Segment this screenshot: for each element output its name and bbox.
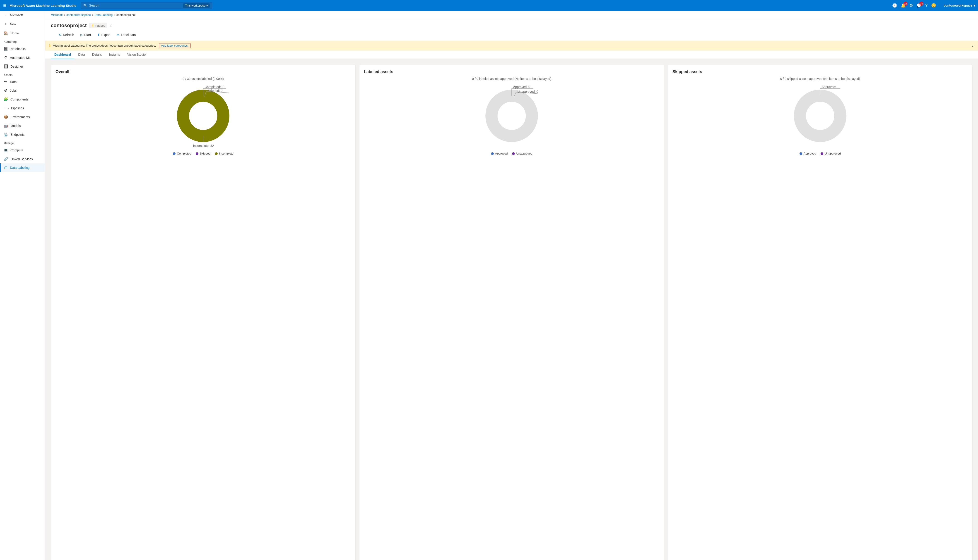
sidebar-item-home[interactable]: 🏠 Home xyxy=(0,29,45,38)
tab-details[interactable]: Details xyxy=(89,50,105,59)
svg-point-9 xyxy=(492,96,532,136)
sidebar-item-data[interactable]: 🗃 Data xyxy=(0,78,45,86)
status-label: Paused xyxy=(95,24,105,27)
sidebar-home-label: Home xyxy=(10,32,19,35)
svg-text:Approved:: Approved: xyxy=(821,85,836,89)
search-input[interactable] xyxy=(89,3,181,7)
breadcrumb-data-labeling[interactable]: Data Labeling xyxy=(94,13,112,17)
sidebar-endpoints-label: Endpoints xyxy=(10,133,25,137)
page-header: contosoproject ⏸ Paused ☆ ↻ Refresh ▷ St… xyxy=(45,19,978,41)
app-logo: Microsoft Azure Machine Learning Studio xyxy=(10,3,76,7)
export-button[interactable]: ⬆ Export xyxy=(95,32,113,38)
sidebar-pipelines-label: Pipelines xyxy=(11,106,24,110)
clock-icon[interactable]: 🕐 xyxy=(892,3,897,8)
feedback-badge: 14 xyxy=(919,2,923,6)
svg-text:Unapproved: 0: Unapproved: 0 xyxy=(517,90,538,93)
models-icon: 🤖 xyxy=(3,123,8,128)
notifications-icon[interactable]: 🔔 23 xyxy=(901,3,906,8)
dashboard: Overall 0 / 32 assets labeled (0.00%) Co… xyxy=(45,59,978,560)
warning-info-icon: ℹ xyxy=(49,43,50,48)
start-label: Start xyxy=(84,33,91,37)
sidebar-item-jobs[interactable]: ⏱ Jobs xyxy=(0,86,45,95)
hamburger-icon[interactable]: ☰ xyxy=(3,3,7,8)
sidebar-item-new[interactable]: ＋ New xyxy=(0,20,45,29)
svg-text:Completed: 0: Completed: 0 xyxy=(204,85,223,89)
sidebar-item-microsoft[interactable]: ← Microsoft xyxy=(0,11,45,20)
completed-dot xyxy=(173,152,176,155)
skipped-label: Skipped xyxy=(200,152,211,155)
environments-icon: 📦 xyxy=(3,115,8,119)
top-nav: ☰ Microsoft Azure Machine Learning Studi… xyxy=(0,0,978,11)
start-button[interactable]: ▷ Start xyxy=(78,32,94,38)
help-icon[interactable]: ? xyxy=(925,3,928,8)
skipped-legend: Approved Unapproved xyxy=(799,152,841,155)
workspace-chevron-icon: ▾ xyxy=(974,3,975,7)
pause-icon: ⏸ xyxy=(91,23,94,28)
legend-completed: Completed xyxy=(173,152,191,155)
refresh-button[interactable]: ↻ Refresh xyxy=(56,32,77,38)
sidebar-notebooks-label: Notebooks xyxy=(10,47,25,51)
refresh-icon: ↻ xyxy=(59,33,62,37)
skipped-unapproved-dot xyxy=(821,152,823,155)
tab-data[interactable]: Data xyxy=(75,50,89,59)
skipped-assets-card: Skipped assets 0 / 0 skipped assets appr… xyxy=(668,65,973,560)
sidebar-automated-ml-label: Automated ML xyxy=(10,56,30,60)
sidebar-item-notebooks[interactable]: 📓 Notebooks xyxy=(0,44,45,53)
svg-text:Incomplete: 32: Incomplete: 32 xyxy=(193,144,214,148)
sidebar-item-linked-services[interactable]: 🔗 Linked Services xyxy=(0,155,45,163)
notebooks-icon: 📓 xyxy=(3,47,8,51)
sidebar-data-labeling-label: Data Labeling xyxy=(10,166,30,170)
top-nav-icons: 🕐 🔔 23 ⚙ 💬 14 ? 😊 contosoworkspace ▾ xyxy=(892,3,975,8)
breadcrumb-project: contosoproject xyxy=(116,13,135,17)
sidebar-compute-label: Compute xyxy=(10,148,23,152)
avatar-icon[interactable]: 😊 xyxy=(931,3,936,8)
expand-icon[interactable]: ⌄ xyxy=(971,43,974,48)
sidebar: ← Microsoft ＋ New 🏠 Home Authoring 📓 Not… xyxy=(0,11,45,560)
sidebar-item-environments[interactable]: 📦 Environments xyxy=(0,112,45,121)
search-workspace-label: This workspace xyxy=(185,4,206,7)
labeled-subtitle: 0 / 0 labeled assets approved (No items … xyxy=(364,77,659,80)
tab-dashboard[interactable]: Dashboard xyxy=(51,50,75,59)
status-badge: ⏸ Paused xyxy=(89,23,107,28)
legend-skipped-approved: Approved xyxy=(799,152,816,155)
settings-icon[interactable]: ⚙ xyxy=(909,3,913,8)
notifications-badge: 23 xyxy=(903,2,908,6)
sidebar-item-automated-ml[interactable]: ⚗ Automated ML xyxy=(0,53,45,62)
favorite-icon[interactable]: ☆ xyxy=(109,23,113,28)
sidebar-item-models[interactable]: 🤖 Models xyxy=(0,121,45,130)
tab-insights[interactable]: Insights xyxy=(105,50,124,59)
label-data-button[interactable]: ✏ Label data xyxy=(114,32,139,38)
sidebar-jobs-label: Jobs xyxy=(10,89,17,92)
designer-icon: 🔲 xyxy=(3,64,8,68)
sidebar-item-pipelines[interactable]: ⟶ Pipelines xyxy=(0,103,45,112)
overall-title: Overall xyxy=(55,70,351,74)
sidebar-item-designer[interactable]: 🔲 Designer xyxy=(0,62,45,71)
legend-approved: Approved xyxy=(491,152,508,155)
overall-legend: Completed Skipped Incomplete xyxy=(173,152,233,155)
search-bar[interactable]: 🔍 This workspace ▾ xyxy=(81,2,212,9)
sidebar-item-data-labeling[interactable]: 🏷 Data Labeling xyxy=(0,163,45,172)
skipped-title: Skipped assets xyxy=(672,70,968,74)
approved-dot xyxy=(491,152,494,155)
incomplete-label: Incomplete xyxy=(219,152,234,155)
tab-vision-studio[interactable]: Vision Studio xyxy=(124,50,149,59)
sidebar-item-compute[interactable]: 💻 Compute xyxy=(0,146,45,155)
breadcrumb-workspace[interactable]: contosoworkspace xyxy=(66,13,91,17)
breadcrumb-microsoft[interactable]: Microsoft xyxy=(51,13,63,17)
skipped-unapproved-label: Unapproved xyxy=(825,152,841,155)
warning-banner: ℹ Missing label categories: The project … xyxy=(45,41,978,50)
sidebar-item-endpoints[interactable]: 📡 Endpoints xyxy=(0,130,45,139)
components-icon: 🧩 xyxy=(3,97,8,102)
sidebar-item-components[interactable]: 🧩 Components xyxy=(0,95,45,103)
data-labeling-icon: 🏷 xyxy=(3,166,8,170)
svg-point-0 xyxy=(183,96,223,136)
incomplete-dot xyxy=(215,152,218,155)
workspace-selector[interactable]: contosoworkspace ▾ xyxy=(941,3,975,7)
unapproved-label: Unapproved xyxy=(516,152,532,155)
export-icon: ⬆ xyxy=(97,33,100,37)
feedback-icon[interactable]: 💬 14 xyxy=(917,3,921,8)
sidebar-microsoft-label: Microsoft xyxy=(10,13,23,17)
svg-point-16 xyxy=(800,96,840,136)
add-label-categories-link[interactable]: Add label categories. xyxy=(159,43,191,48)
search-workspace-selector[interactable]: This workspace ▾ xyxy=(183,3,210,8)
